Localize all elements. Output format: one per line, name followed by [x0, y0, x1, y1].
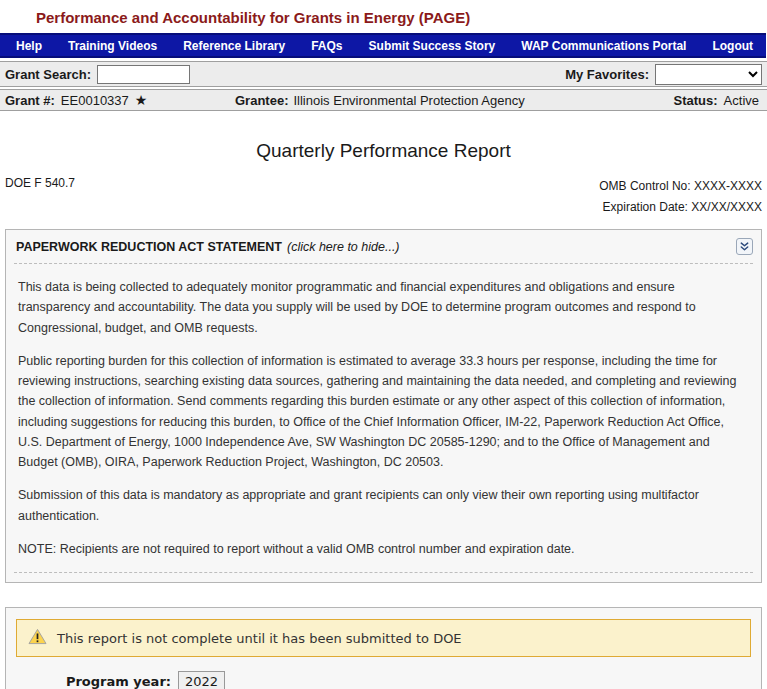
program-year-value: 2022 — [178, 671, 225, 689]
favorite-star-icon[interactable]: ★ — [135, 92, 148, 108]
pra-paragraph: Submission of this data is mandatory as … — [18, 485, 749, 526]
grant-info-bar: Grant #: EE0010337 ★ Grantee: Illinois E… — [0, 89, 767, 111]
collapse-chevrons-icon[interactable] — [736, 238, 753, 255]
grant-number-label: Grant #: — [5, 93, 55, 108]
incomplete-report-warning: This report is not complete until it has… — [16, 619, 751, 657]
nav-item-wap-communications-portal[interactable]: WAP Communications Portal — [508, 39, 699, 53]
grant-search-input[interactable] — [97, 65, 190, 84]
report-status-panel: This report is not complete until it has… — [5, 607, 762, 689]
program-year-row: Program year: 2022 — [16, 671, 751, 689]
status-value: Active — [724, 93, 759, 108]
pra-body: This data is being collected to adequate… — [6, 277, 761, 559]
nav-item-submit-success-story[interactable]: Submit Success Story — [356, 39, 509, 53]
app-title: Performance and Accountability for Grant… — [0, 0, 767, 33]
pra-paragraph: Public reporting burden for this collect… — [18, 351, 749, 473]
grant-search-label: Grant Search: — [5, 67, 91, 82]
grantee-name: Illinois Environmental Protection Agency — [293, 93, 524, 108]
omb-control-number: OMB Control No: XXXX-XXXX — [599, 176, 762, 197]
warning-icon — [28, 628, 47, 648]
grant-number-value: EE0010337 — [61, 93, 129, 108]
nav-item-logout[interactable]: Logout — [699, 39, 766, 53]
nav-item-reference-library[interactable]: Reference Library — [170, 39, 298, 53]
nav-item-training-videos[interactable]: Training Videos — [55, 39, 170, 53]
warning-text: This report is not complete until it has… — [57, 631, 462, 646]
navbar: Help Training Videos Reference Library F… — [0, 33, 767, 58]
nav-item-help[interactable]: Help — [3, 39, 55, 53]
pra-paragraph: This data is being collected to adequate… — [18, 277, 749, 338]
nav-item-faqs[interactable]: FAQs — [298, 39, 355, 53]
form-meta-row: DOE F 540.7 OMB Control No: XXXX-XXXX Ex… — [0, 176, 767, 218]
expiration-date: Expiration Date: XX/XX/XXXX — [599, 197, 762, 218]
report-fields: Program year: 2022 Budget period: 04/01/… — [16, 671, 751, 689]
page-title: Quarterly Performance Report — [0, 140, 767, 162]
pra-header: PAPERWORK REDUCTION ACT STATEMENT (click… — [6, 230, 761, 261]
grantee-label: Grantee: — [235, 93, 288, 108]
dashed-divider — [14, 263, 753, 264]
dashed-divider — [14, 572, 753, 573]
my-favorites-label: My Favorites: — [565, 67, 649, 82]
doe-form-number: DOE F 540.7 — [5, 176, 75, 190]
nav-menu: Help Training Videos Reference Library F… — [0, 33, 766, 58]
pra-hide-link[interactable]: (click here to hide...) — [287, 240, 400, 254]
grant-search-bar: Grant Search: My Favorites: — [0, 61, 767, 87]
pra-heading: PAPERWORK REDUCTION ACT STATEMENT — [16, 240, 282, 254]
my-favorites-select[interactable] — [655, 64, 762, 85]
status-label: Status: — [674, 93, 718, 108]
pra-paragraph: NOTE: Recipients are not required to rep… — [18, 539, 749, 559]
paperwork-reduction-act-panel: PAPERWORK REDUCTION ACT STATEMENT (click… — [5, 229, 762, 583]
program-year-label: Program year: — [16, 674, 178, 689]
